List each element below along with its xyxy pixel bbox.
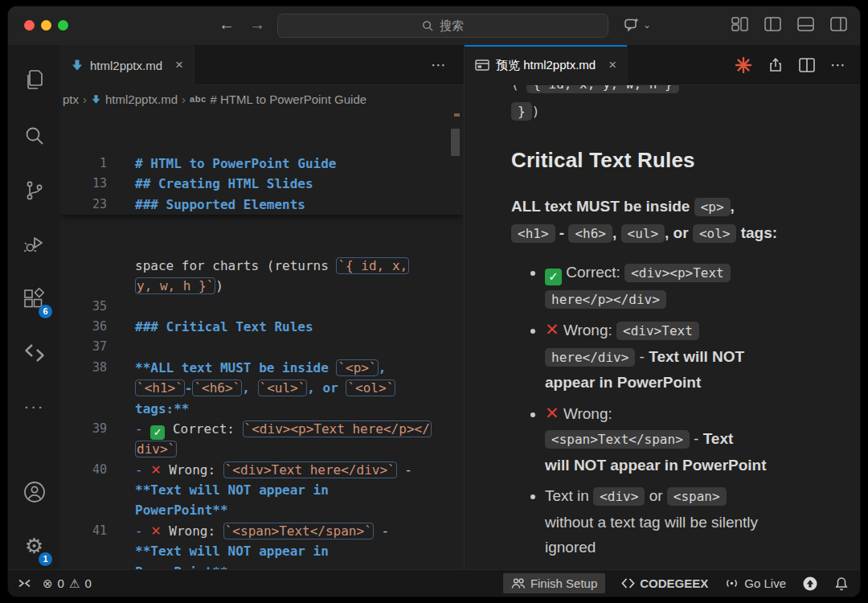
editor-line[interactable]: **Text will NOT appear in: [60, 480, 464, 500]
toggle-panel-icon[interactable]: [797, 17, 814, 31]
scrollbar-thumb[interactable]: [451, 129, 460, 156]
sticky-scroll[interactable]: 1# HTML to PowerPoint Guide13## Creating…: [60, 154, 464, 215]
codegeex-view-icon[interactable]: [8, 333, 60, 373]
codegeex-starburst-icon[interactable]: [735, 56, 752, 74]
editor-line[interactable]: PowerPoint**: [60, 562, 464, 569]
text-segment: ,: [242, 380, 257, 396]
line-number: 38: [60, 358, 107, 378]
editor[interactable]: 1# HTML to PowerPoint Guide13## Creating…: [60, 113, 464, 569]
editor-line[interactable]: div>`: [60, 439, 464, 459]
editor-line[interactable]: 41- ✕ Wrong: `<span>Text</span>` -: [60, 521, 464, 541]
editor-lines[interactable]: space for charts (returns `{ id, x,y, w,…: [60, 256, 464, 569]
sticky-line[interactable]: 1# HTML to PowerPoint Guide: [60, 154, 464, 174]
editor-line[interactable]: 40- ✕ Wrong: `<div>Text here</div>` -: [60, 460, 464, 480]
markdown-preview[interactable]: ( { id, x, y, w, h } }) Critical Text Ru…: [465, 85, 860, 569]
copilot-chat-button[interactable]: ⌄: [623, 16, 651, 34]
tab-label: html2pptx.md: [90, 59, 162, 72]
close-icon[interactable]: ×: [175, 57, 183, 73]
line-number: 35: [60, 297, 107, 317]
more-actions-icon[interactable]: ⋯: [431, 55, 464, 74]
extension-circle-icon[interactable]: [802, 576, 818, 592]
toggle-primary-sidebar-icon[interactable]: [764, 17, 781, 31]
extensions-icon[interactable]: 6: [8, 278, 60, 318]
customize-layout-icon[interactable]: [731, 17, 748, 31]
sticky-line[interactable]: 13## Creating HTML Slides: [60, 174, 464, 194]
editor-line[interactable]: space for charts (returns `{ id, x,: [60, 256, 464, 276]
back-button[interactable]: ←: [219, 15, 235, 34]
go-live-button[interactable]: Go Live: [724, 576, 786, 590]
markdown-file-icon: [71, 59, 84, 72]
text-segment: -: [555, 224, 569, 241]
breadcrumb-folder[interactable]: ptx: [63, 92, 79, 106]
tab-preview-html2pptx-md[interactable]: 预览 html2pptx.md ×: [465, 45, 628, 85]
line-content: - ✕ Wrong: `<span>Text</span>` -: [107, 521, 389, 541]
breadcrumb-file[interactable]: html2pptx.md: [105, 92, 178, 106]
editor-scrollbar[interactable]: [449, 113, 461, 569]
tab-html2pptx-md[interactable]: html2pptx.md ×: [60, 45, 194, 85]
sticky-line[interactable]: 23### Supported Elements: [60, 195, 464, 215]
editor-line[interactable]: **Text will NOT appear in: [60, 541, 464, 561]
finish-setup-button[interactable]: Finish Setup: [503, 573, 605, 593]
search-view-icon[interactable]: [8, 116, 60, 156]
line-number: [60, 276, 107, 296]
source-control-icon[interactable]: [8, 170, 60, 211]
more-actions-icon[interactable]: ⋯: [830, 55, 845, 74]
forward-button[interactable]: →: [249, 15, 265, 34]
warning-count: 0: [84, 576, 91, 590]
close-window-button[interactable]: [24, 20, 35, 31]
remote-indicator-icon[interactable]: [18, 577, 31, 589]
breadcrumb[interactable]: ptx › html2pptx.md › abc # HTML to Power…: [60, 85, 464, 113]
additional-views-icon[interactable]: ···: [8, 386, 60, 426]
run-debug-icon[interactable]: [8, 224, 60, 264]
search-icon: [422, 20, 434, 32]
accounts-icon[interactable]: [8, 472, 60, 512]
text-segment: `<p>`: [336, 359, 378, 376]
text-segment: <ol>: [693, 224, 737, 243]
text-segment: -: [135, 523, 150, 539]
line-number: [60, 480, 107, 500]
preview-bullet-item: ✕ Wrong: <div>Texthere</div> - Text will…: [545, 318, 818, 396]
codegeex-status-button[interactable]: CODEGEEX: [621, 576, 708, 590]
chat-icon: [623, 16, 641, 34]
toggle-secondary-sidebar-icon[interactable]: [830, 17, 847, 31]
editor-line[interactable]: `<h1>`-`<h6>`, `<ul>`, or `<ol>`: [60, 378, 464, 398]
editor-line[interactable]: 37: [60, 337, 464, 357]
text-segment: PowerPoint**: [135, 503, 228, 518]
editor-line[interactable]: 35: [60, 297, 464, 317]
editor-group-markdown: html2pptx.md × ⋯ ptx › html2pptx.md › ab…: [60, 45, 464, 569]
text-segment: }: [511, 102, 532, 121]
editor-line[interactable]: 38**ALL text MUST be inside `<p>`,: [60, 358, 464, 378]
problems-indicator[interactable]: ⊗ 0 ⚠ 0: [43, 576, 92, 591]
command-center-search[interactable]: 搜索: [277, 14, 608, 38]
text-segment: `<ul>`: [258, 379, 308, 396]
titlebar: ← → 搜索 ⌄: [8, 6, 860, 45]
text-segment: <span>: [667, 487, 727, 506]
text-segment: Text: [703, 430, 734, 447]
maximize-window-button[interactable]: [58, 20, 68, 31]
explorer-icon[interactable]: [8, 59, 60, 100]
editor-line[interactable]: 39- ✓ Correct: `<div><p>Text here</p></: [60, 419, 464, 439]
text-segment: Wrong:: [559, 405, 612, 422]
line-content: ## Creating HTML Slides: [107, 174, 313, 194]
export-share-icon[interactable]: [768, 57, 784, 73]
breadcrumb-symbol[interactable]: # HTML to PowerPoint Guide: [211, 92, 367, 106]
line-content: - ✓ Correct: `<div><p>Text here</p></: [107, 419, 432, 439]
editor-line[interactable]: y, w, h }`): [60, 276, 464, 296]
breadcrumb-separator: ›: [83, 92, 87, 106]
minimize-window-button[interactable]: [41, 20, 51, 31]
codegeex-icon: [621, 577, 635, 589]
text-segment: tags:**: [135, 401, 189, 416]
settings-gear-icon[interactable]: ⚙ 1: [8, 526, 60, 566]
text-segment: <p>: [694, 198, 731, 216]
notifications-bell-icon[interactable]: [834, 576, 849, 591]
text-segment: -: [635, 348, 649, 365]
preview-heading: Critical Text Rules: [511, 148, 844, 173]
split-editor-icon[interactable]: [799, 58, 815, 72]
editor-line[interactable]: tags:**: [60, 399, 464, 419]
editor-line[interactable]: 36### Critical Text Rules: [60, 317, 464, 337]
preview-bullet-item: ✓ Correct: <div><p>Texthere</p></div>: [545, 260, 818, 312]
breadcrumb-separator: ›: [182, 92, 186, 106]
line-content: space for charts (returns `{ id, x,: [107, 256, 409, 276]
editor-line[interactable]: PowerPoint**: [60, 500, 464, 520]
close-icon[interactable]: ×: [608, 57, 616, 73]
